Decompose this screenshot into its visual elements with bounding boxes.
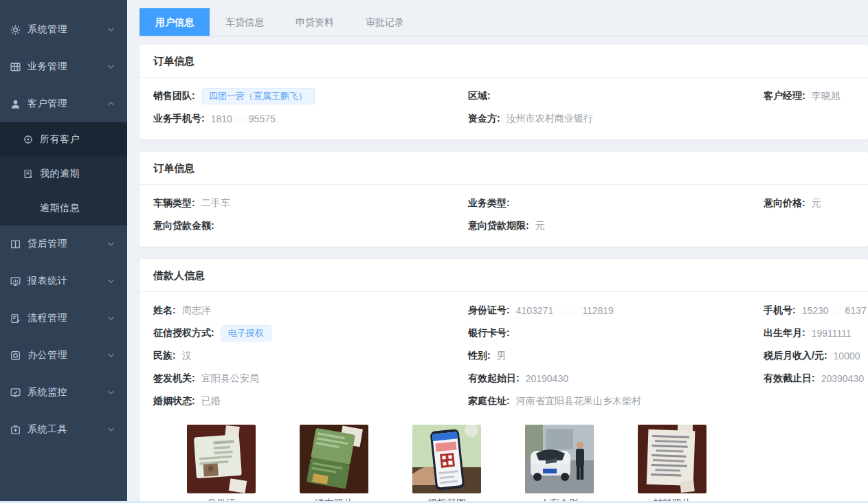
toolbox-icon xyxy=(10,424,21,436)
book-icon xyxy=(10,238,21,250)
app-window: 系统管理 业务管理 客户管理 所有客户 xyxy=(0,0,868,503)
card-title: 借款人信息 xyxy=(140,259,868,292)
field-label: 姓名: xyxy=(153,304,176,317)
handwritten-doc-photo[interactable] xyxy=(638,425,706,493)
field-mobile: 手机号: 152306137 xyxy=(764,304,867,317)
field-label: 业务类型: xyxy=(468,197,510,210)
sidebar-item-all-customers[interactable]: 所有客户 xyxy=(0,122,127,157)
field-label: 资金方: xyxy=(468,113,500,125)
field-label: 意向贷款期限: xyxy=(468,220,529,232)
field-issuing-authority: 签发机关: 宜阳县公安局 xyxy=(153,372,468,385)
field-value: 4103271112819 xyxy=(516,305,614,316)
gear-icon xyxy=(10,24,21,36)
sidebar-item-report-statistics[interactable]: 报表统计 xyxy=(0,262,127,300)
main-content: 用户信息 车贷信息 申贷资料 审批记录 订单信息 销售团队: 四团一营（直属王鹏… xyxy=(127,0,868,503)
field-label: 签发机关: xyxy=(153,372,195,385)
field-intent-amount: 意向贷款金额: xyxy=(153,220,468,232)
field-intent-term: 意向贷款期限: 元 xyxy=(468,220,764,232)
field-label: 银行卡号: xyxy=(468,327,510,339)
field-value: 河南省宜阳县花果山乡木柴村 xyxy=(516,395,641,407)
tab-bar: 用户信息 车贷信息 申贷资料 审批记录 xyxy=(140,8,868,36)
field-value: 汉 xyxy=(182,350,192,362)
field-value: 周志洋 xyxy=(182,304,211,317)
tab-loan-application-materials[interactable]: 申贷资料 xyxy=(280,8,350,36)
chart-monitor-icon xyxy=(10,276,21,287)
sidebar-item-customer-management[interactable]: 客户管理 xyxy=(0,85,127,122)
person-car-photo[interactable] xyxy=(525,425,594,493)
tab-user-info[interactable]: 用户信息 xyxy=(140,8,210,36)
field-value: 宜阳县公安局 xyxy=(201,372,259,385)
sidebar-item-office-management[interactable]: 办公管理 xyxy=(0,337,127,374)
sidebar-item-overdue-info[interactable]: 逾期信息 xyxy=(0,191,127,225)
field-bank-card: 银行卡号: xyxy=(468,327,764,339)
field-intent-price: 意向价格: 元 xyxy=(764,197,854,210)
photo-item: 绿本照片 xyxy=(300,425,368,503)
field-label: 业务手机号: xyxy=(153,113,205,125)
sidebar-item-label: 业务管理 xyxy=(27,60,107,73)
field-label: 车辆类型: xyxy=(153,197,195,210)
sidebar-item-label: 办公管理 xyxy=(27,349,107,361)
borrower-info-card: 借款人信息 姓名: 周志洋 身份证号: 4103271112819 手机号: 1… xyxy=(140,259,868,503)
sidebar-item-label: 系统监控 xyxy=(27,386,107,399)
field-label: 税后月收入/元: xyxy=(764,350,827,362)
field-label: 征信授权方式: xyxy=(153,327,214,339)
field-value: 19911111 xyxy=(812,328,852,339)
loan-intent-card: 订单信息 车辆类型: 二手车 业务类型: 意向价格: 元 xyxy=(140,152,868,247)
field-income: 税后月收入/元: 10000 xyxy=(764,350,860,362)
redaction-patch xyxy=(829,306,845,315)
field-value: 20190430 xyxy=(526,373,568,384)
field-value: 汝州市农村商业银行 xyxy=(507,113,593,125)
field-value: 元 xyxy=(535,220,545,232)
field-label: 民族: xyxy=(153,350,176,362)
field-valid-to: 有效截止日: 20390430 xyxy=(764,372,864,385)
sidebar-item-my-overdue[interactable]: 我的逾期 xyxy=(0,157,127,191)
borrower-photos: 身份证 xyxy=(140,412,868,503)
sidebar-item-postloan-management[interactable]: 贷后管理 xyxy=(0,225,127,262)
field-value: 已婚 xyxy=(201,395,221,407)
tab-approval-records[interactable]: 审批记录 xyxy=(350,8,420,36)
field-label: 意向贷款金额: xyxy=(153,220,214,232)
sidebar-item-label: 客户管理 xyxy=(27,98,107,110)
tab-car-loan-info[interactable]: 车贷信息 xyxy=(210,8,280,36)
photo-item: 身份证 xyxy=(187,425,256,503)
grid-icon xyxy=(10,61,21,73)
auth-qr-photo[interactable] xyxy=(412,425,481,493)
photo-item: 人车合影 xyxy=(525,425,594,503)
field-value: 二手车 xyxy=(201,197,230,210)
field-value: 10000 xyxy=(834,350,860,361)
sidebar-item-system-monitoring[interactable]: 系统监控 xyxy=(0,374,127,411)
field-birth: 出生年月: 19911111 xyxy=(764,327,854,339)
field-label: 婚姻状态: xyxy=(153,395,195,407)
green-booklet-photo[interactable] xyxy=(300,425,368,493)
field-value: 男 xyxy=(497,350,507,362)
sidebar: 系统管理 业务管理 客户管理 所有客户 xyxy=(0,0,127,503)
clients-icon xyxy=(23,134,34,145)
card-title: 订单信息 xyxy=(140,45,868,78)
sales-team-tag: 四团一营（直属王鹏飞） xyxy=(201,88,315,104)
card-title: 订单信息 xyxy=(140,152,868,185)
field-label: 区域: xyxy=(468,90,491,102)
field-value: 元 xyxy=(812,197,821,210)
office-icon xyxy=(10,350,21,361)
field-label: 手机号: xyxy=(764,304,796,317)
order-info-card: 订单信息 销售团队: 四团一营（直属王鹏飞） 区域: 客户经理: 李晓旭 xyxy=(140,45,868,139)
sidebar-item-label: 系统管理 xyxy=(27,23,107,36)
chevron-down-icon xyxy=(107,315,115,322)
field-address: 家庭住址: 河南省宜阳县花果山乡木柴村 xyxy=(468,395,764,407)
field-gender: 性别: 男 xyxy=(468,350,764,362)
sidebar-item-system-tools[interactable]: 系统工具 xyxy=(0,411,127,448)
chevron-down-icon xyxy=(107,26,115,33)
sidebar-item-business-management[interactable]: 业务管理 xyxy=(0,48,127,85)
redaction-patch xyxy=(232,115,249,124)
sidebar-item-label: 我的逾期 xyxy=(40,168,127,180)
field-label: 有效截止日: xyxy=(764,372,815,385)
field-vehicle-type: 车辆类型: 二手车 xyxy=(153,197,468,210)
id-card-photo[interactable] xyxy=(187,425,256,493)
sidebar-item-process-management[interactable]: 流程管理 xyxy=(0,300,127,337)
monitor-check-icon xyxy=(10,387,21,399)
sidebar-item-system-management[interactable]: 系统管理 xyxy=(0,11,127,48)
sidebar-item-label: 报表统计 xyxy=(27,275,107,287)
chevron-down-icon xyxy=(107,426,115,433)
field-label: 出生年月: xyxy=(764,327,805,339)
field-value: 李晓旭 xyxy=(812,90,841,102)
